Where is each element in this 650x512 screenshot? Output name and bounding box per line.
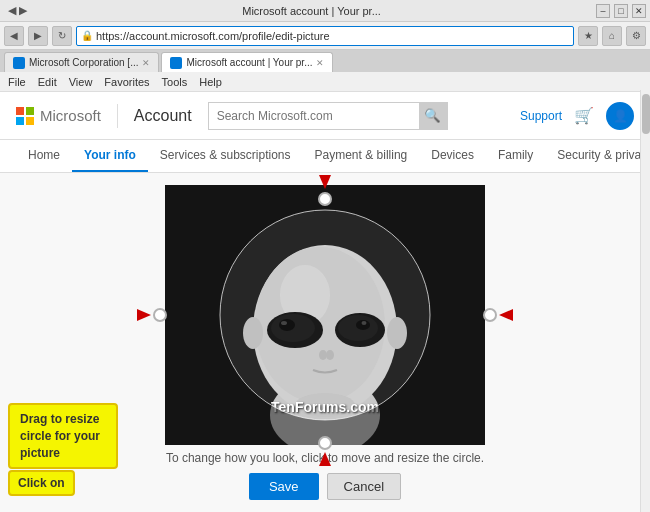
svg-point-10 [279, 319, 295, 331]
tab2-favicon [170, 57, 182, 69]
handle-top-container [315, 171, 335, 206]
drag-tooltip: Drag to resize circle for your picture [8, 403, 118, 469]
handle-left[interactable] [153, 308, 167, 322]
search-bar[interactable]: 🔍 [208, 102, 448, 130]
click-tooltip: Click on [8, 470, 75, 496]
microsoft-text: Microsoft [40, 107, 101, 124]
tab-family[interactable]: Family [486, 140, 545, 172]
menu-bar: File Edit View Favorites Tools Help [0, 72, 650, 92]
svg-marker-26 [319, 452, 331, 466]
svg-marker-25 [319, 175, 331, 189]
tab1-label: Microsoft Corporation [... [29, 57, 138, 68]
cancel-button[interactable]: Cancel [327, 473, 401, 500]
tab-services[interactable]: Services & subscriptions [148, 140, 303, 172]
search-button[interactable]: 🔍 [419, 102, 447, 130]
scrollbar[interactable] [640, 90, 650, 512]
address-url-text: https://account.microsoft.com/profile/ed… [96, 30, 330, 42]
button-row: Save Cancel [249, 473, 401, 500]
handle-bottom-container [315, 436, 335, 473]
save-button[interactable]: Save [249, 473, 319, 500]
tab1-favicon [13, 57, 25, 69]
close-button[interactable]: ✕ [632, 4, 646, 18]
nav-tabs: Home Your info Services & subscriptions … [0, 140, 650, 173]
handle-bottom[interactable] [318, 436, 332, 450]
handle-right-container [483, 305, 517, 325]
handle-left-container [133, 305, 167, 325]
tab1-close[interactable]: ✕ [142, 58, 150, 68]
back-button[interactable]: ◀ [4, 26, 24, 46]
settings-icon[interactable]: ⚙ [626, 26, 646, 46]
menu-file[interactable]: File [8, 76, 26, 88]
scrollbar-thumb[interactable] [642, 94, 650, 134]
support-link[interactable]: Support [520, 109, 562, 123]
click-tooltip-text: Click on [18, 476, 65, 490]
arrow-bottom [315, 450, 335, 470]
home-button[interactable]: ⌂ [602, 26, 622, 46]
arrow-right [497, 305, 517, 325]
watermark-text: TenForums.com [271, 399, 379, 415]
titlebar-controls: – □ ✕ [596, 4, 646, 18]
menu-help[interactable]: Help [199, 76, 222, 88]
tab-devices[interactable]: Devices [419, 140, 486, 172]
browser-toolbar: ◀ ▶ ↻ 🔒 https://account.microsoft.com/pr… [0, 22, 650, 50]
svg-marker-28 [499, 309, 513, 321]
titlebar-left-icons: ◀ ▶ [8, 4, 27, 17]
arrow-left [133, 305, 153, 325]
svg-point-17 [326, 350, 334, 360]
tab-payment[interactable]: Payment & billing [303, 140, 420, 172]
star-button[interactable]: ★ [578, 26, 598, 46]
maximize-button[interactable]: □ [614, 4, 628, 18]
svg-point-11 [281, 321, 287, 325]
header-right: Support 🛒 👤 [520, 102, 634, 130]
header-divider [117, 104, 118, 128]
menu-view[interactable]: View [69, 76, 93, 88]
avatar[interactable]: 👤 [606, 102, 634, 130]
refresh-button[interactable]: ↻ [52, 26, 72, 46]
tab2-close[interactable]: ✕ [316, 58, 324, 68]
menu-favorites[interactable]: Favorites [104, 76, 149, 88]
main-content: TenForums.com [0, 173, 650, 512]
svg-point-18 [243, 317, 263, 349]
image-canvas[interactable]: TenForums.com [165, 185, 485, 445]
ms-logo-icon [16, 107, 34, 125]
search-input[interactable] [209, 103, 419, 129]
handle-top[interactable] [318, 192, 332, 206]
logo-sq-red [16, 107, 24, 115]
handle-right[interactable] [483, 308, 497, 322]
tab-2[interactable]: Microsoft account | Your pr... ✕ [161, 52, 333, 72]
tab-1[interactable]: Microsoft Corporation [... ✕ [4, 52, 159, 72]
tab-home[interactable]: Home [16, 140, 72, 172]
page-header: Microsoft Account 🔍 Support 🛒 👤 [0, 92, 650, 140]
tab-bar: Microsoft Corporation [... ✕ Microsoft a… [0, 50, 650, 72]
cart-icon[interactable]: 🛒 [574, 106, 594, 125]
minimize-button[interactable]: – [596, 4, 610, 18]
menu-tools[interactable]: Tools [162, 76, 188, 88]
logo-sq-green [26, 107, 34, 115]
logo-sq-yellow [26, 117, 34, 125]
window-titlebar: ◀ ▶ Microsoft account | Your pr... – □ ✕ [0, 0, 650, 22]
microsoft-logo: Microsoft [16, 107, 101, 125]
lock-icon: 🔒 [81, 30, 93, 41]
account-label: Account [134, 107, 192, 125]
tab-security[interactable]: Security & privacy [545, 140, 650, 172]
arrow-top [315, 171, 335, 191]
tab-your-info[interactable]: Your info [72, 140, 148, 172]
svg-point-19 [387, 317, 407, 349]
tab2-label: Microsoft account | Your pr... [186, 57, 312, 68]
svg-marker-27 [137, 309, 151, 321]
drag-tooltip-text: Drag to resize circle for your picture [20, 412, 100, 460]
titlebar-title: Microsoft account | Your pr... [27, 5, 596, 17]
forward-button[interactable]: ▶ [28, 26, 48, 46]
address-bar[interactable]: 🔒 https://account.microsoft.com/profile/… [76, 26, 574, 46]
logo-sq-blue [16, 117, 24, 125]
svg-point-15 [362, 321, 367, 325]
menu-edit[interactable]: Edit [38, 76, 57, 88]
svg-point-16 [319, 350, 327, 360]
